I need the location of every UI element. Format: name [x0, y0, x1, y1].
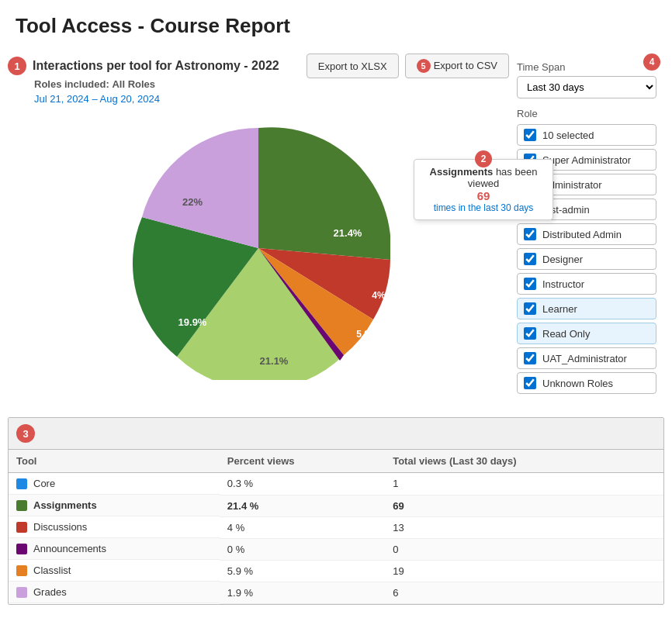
tooltip-tool-name: Assignments: [430, 166, 494, 178]
label-darkgreen: 19.9%: [178, 316, 207, 328]
role-checkbox-10[interactable]: [524, 377, 536, 389]
table-cell-percent: 4 %: [220, 516, 385, 538]
export-xlsx-button[interactable]: Export to XLSX: [307, 54, 399, 78]
role-label-4: Distributed Admin: [542, 229, 622, 240]
tool-color-dot: [16, 500, 27, 511]
role-label-5: Designer: [542, 254, 583, 265]
role-label: Role: [517, 108, 656, 119]
tooltip-badge: 2: [475, 150, 492, 167]
page-title: Tool Access - Course Report: [0, 0, 672, 46]
table-row: Classlist5.9 %19: [9, 560, 663, 582]
timespan-badge: 4: [643, 54, 660, 71]
table-cell-tool: Core: [9, 473, 220, 495]
role-label-9: UAT_Administrator: [542, 353, 627, 364]
col-percent: Percent views: [220, 450, 385, 473]
role-checkbox-9[interactable]: [524, 352, 536, 364]
table-header-row: Tool Percent views Total views (Last 30 …: [9, 450, 663, 473]
role-item-7[interactable]: Learner: [517, 298, 656, 319]
section1-badge: 1: [8, 57, 26, 75]
roles-label: Roles included:: [34, 78, 109, 90]
table-cell-percent: 21.4 %: [220, 495, 385, 516]
label-lightgreen: 21.1%: [260, 355, 289, 367]
label-classlist: 5.9%: [356, 329, 378, 340]
table-cell-total: 0: [385, 538, 663, 560]
tool-name: Discussions: [33, 521, 87, 533]
segment-assignments: [258, 127, 390, 260]
section1-title: Interactions per tool for Astronomy - 20…: [33, 59, 279, 73]
role-item-6[interactable]: Instructor: [517, 273, 656, 295]
role-item-0[interactable]: 10 selected: [517, 124, 656, 146]
table-badge: 3: [16, 424, 35, 443]
table-cell-total: 69: [385, 495, 663, 516]
table-body: Core0.3 %1Assignments21.4 %69Discussions…: [9, 473, 663, 604]
tool-color-dot: [16, 587, 27, 598]
role-item-10[interactable]: Unknown Roles: [517, 372, 656, 394]
table-section-header: 3: [9, 418, 663, 450]
role-label-0: 10 selected: [542, 129, 594, 141]
table-row: Assignments21.4 %69: [9, 495, 663, 516]
table-cell-percent: 0.3 %: [220, 473, 385, 496]
tool-color-dot: [16, 565, 27, 576]
table-row: Discussions4 %13: [9, 516, 663, 538]
table-cell-total: 6: [385, 582, 663, 603]
role-checkbox-8[interactable]: [524, 327, 536, 340]
roles-info: Roles included: All Roles: [34, 78, 509, 90]
role-label-6: Instructor: [542, 278, 584, 290]
tool-color-dot: [16, 544, 27, 554]
col-tool: Tool: [9, 450, 220, 473]
tool-name: Grades: [33, 586, 67, 598]
roles-value: All Roles: [112, 78, 155, 90]
role-checkbox-7[interactable]: [524, 302, 536, 315]
date-range: Jul 21, 2024 – Aug 20, 2024: [34, 93, 509, 105]
table-row: Core0.3 %1: [9, 473, 663, 496]
tool-name: Announcements: [33, 543, 106, 554]
label-discussions: 4%: [372, 290, 386, 301]
export-csv-button[interactable]: 5Export to CSV: [405, 54, 509, 78]
chart-area: 21.4% 4% 5.9% 21.1% 19.9% 22% 2 Assignme…: [23, 112, 509, 399]
tooltip-text: Assignments has been viewed: [424, 166, 543, 189]
role-checkbox-6[interactable]: [524, 278, 536, 290]
table-cell-total: 1: [385, 473, 663, 496]
role-label-10: Unknown Roles: [542, 378, 613, 389]
role-checkbox-4[interactable]: [524, 228, 536, 240]
label-purple: 22%: [182, 196, 203, 208]
role-item-5[interactable]: Designer: [517, 248, 656, 270]
table-cell-tool: Assignments: [9, 495, 220, 516]
table-section: 3 Tool Percent views Total views (Last 3…: [8, 417, 664, 605]
role-item-9[interactable]: UAT_Administrator: [517, 347, 656, 369]
role-label-7: Learner: [542, 303, 577, 315]
role-checkbox-0[interactable]: [524, 129, 536, 141]
table-cell-percent: 1.9 %: [220, 582, 385, 603]
tooltip-suffix: times in the last 30 days: [424, 202, 543, 213]
table-cell-total: 13: [385, 516, 663, 538]
timespan-select[interactable]: Last 30 days Last 7 days Last 90 days La…: [517, 76, 656, 98]
table-row: Announcements0 %0: [9, 538, 663, 560]
table-cell-tool: Grades: [9, 582, 220, 603]
role-label-8: Read Only: [542, 328, 590, 340]
tool-color-dot: [16, 478, 27, 489]
label-assignments: 21.4%: [334, 227, 362, 239]
table-cell-percent: 5.9 %: [220, 560, 385, 582]
role-item-4[interactable]: Distributed Admin: [517, 223, 656, 245]
data-table: Tool Percent views Total views (Last 30 …: [9, 450, 663, 604]
table-cell-total: 19: [385, 560, 663, 582]
pie-svg: 21.4% 4% 5.9% 21.1% 19.9% 22%: [126, 116, 390, 380]
right-panel: Time Span 4 Last 30 days Last 7 days Las…: [509, 54, 664, 405]
tooltip-box: 2 Assignments has been viewed 69 times i…: [414, 159, 553, 220]
role-item-8[interactable]: Read Only: [517, 323, 656, 344]
tool-name: Assignments: [33, 499, 97, 511]
table-cell-tool: Announcements: [9, 538, 220, 560]
csv-label: Export to CSV: [434, 60, 497, 71]
table-cell-percent: 0 %: [220, 538, 385, 560]
table-cell-tool: Classlist: [9, 560, 220, 582]
col-total: Total views (Last 30 days): [385, 450, 663, 473]
tool-color-dot: [16, 522, 27, 533]
role-label-1: Super Administrator: [542, 154, 631, 166]
timespan-label: Time Span: [517, 61, 656, 73]
csv-badge: 5: [417, 59, 431, 73]
table-row: Grades1.9 %6: [9, 582, 663, 603]
role-checkbox-5[interactable]: [524, 253, 536, 265]
tooltip-count: 69: [424, 189, 543, 202]
pie-chart: 21.4% 4% 5.9% 21.1% 19.9% 22% 2 Assignme…: [126, 116, 406, 395]
export-buttons: Export to XLSX 5Export to CSV: [307, 54, 509, 78]
